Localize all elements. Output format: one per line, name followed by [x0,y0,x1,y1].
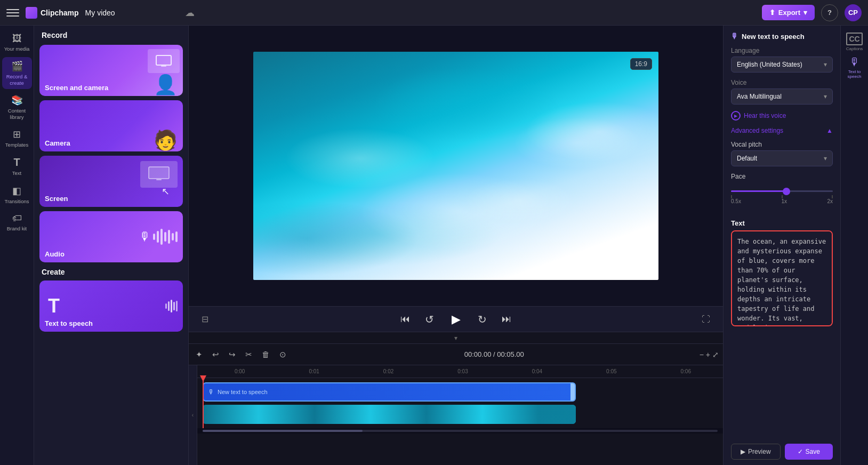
delete-button[interactable]: 🗑 [259,348,272,360]
timeline-expand-row: ▾ [189,332,723,344]
scrollbar-track [203,430,718,432]
voice-dropdown[interactable]: Ava Multilingual ▾ [731,89,833,105]
sidebar-item-label: Record & create [4,74,30,86]
timeline: ▾ ✦ ↩ ↪ ✂ 🗑 ⊙ 00:00.00 / 00:05.00 − + ⤢ … [189,332,723,465]
brand-icon: 🏷 [12,213,22,224]
camera-person-icon: 🧑 [154,100,178,151]
tts-panel-title: New text to speech [742,33,805,41]
screen-camera-label: Screen and camera [39,79,114,96]
pace-max-label: 2x [827,198,833,204]
pace-mid-label: 1x [781,198,787,204]
ruler-mark-3: 0:03 [425,368,500,374]
tts-track[interactable]: 🎙 New text to speech [203,382,576,402]
record-clip-button[interactable]: ⊙ [277,348,289,361]
sidebar-item-content-library[interactable]: 📚 Content library [2,91,32,123]
forward-button[interactable]: ↻ [476,311,489,328]
vocal-pitch-arrow: ▾ [824,155,827,162]
audio-label: Audio [39,246,70,262]
user-avatar[interactable]: CP [845,4,862,21]
skip-back-button[interactable]: ⏮ [398,311,412,327]
menu-icon[interactable] [6,6,19,19]
help-button[interactable]: ? [821,4,838,21]
preview-button[interactable]: ▶ Preview [731,444,781,460]
track-resize-handle[interactable] [570,383,575,400]
media-icon: 🖼 [12,33,22,44]
sidebar-item-brand-kit[interactable]: 🏷 Brand kit [2,210,32,235]
zoom-out-button[interactable]: − [700,350,704,359]
fullscreen-button[interactable]: ⛶ [700,312,712,326]
cloud-save-icon: ☁ [185,7,195,19]
camera-card[interactable]: 🧑 Camera [39,100,183,151]
create-title: Create [42,268,183,276]
undo-button[interactable]: ↩ [210,348,222,361]
logo-icon [26,7,37,19]
language-value: English (United States) [737,61,802,68]
video-controls: ⊟ ⏮ ↺ ▶ ↻ ⏭ ⛶ [189,306,723,332]
timeline-ruler-area: 0:00 0:01 0:02 0:03 0:04 0:05 0:06 [197,365,723,465]
pace-slider[interactable] [731,190,833,192]
hear-voice-button[interactable]: ▶ Hear this voice [731,111,833,121]
tts-text-input[interactable]: The ocean, an expansive and mysterious e… [731,230,833,326]
redo-button[interactable]: ↪ [226,348,238,361]
templates-icon: ⊞ [13,129,21,140]
bottom-actions: ▶ Preview ✓ Save [724,439,840,465]
export-button[interactable]: ⬆ Export ▾ [762,5,815,20]
collapse-panel-button[interactable]: ‹ [189,365,197,465]
sidebar-item-label: Your media [4,46,30,52]
language-dropdown[interactable]: English (United States) ▾ [731,57,833,73]
ruler-mark-2: 0:02 [351,368,425,374]
cut-button[interactable]: ✂ [243,348,255,361]
sidebar-item-label: Text [12,170,21,176]
scrollbar-thumb[interactable] [203,430,363,432]
tts-T-icon: T [48,295,60,317]
camera-label: Camera [39,135,76,151]
video-track[interactable] [203,405,576,424]
sidebar-item-templates[interactable]: ⊞ Templates [2,125,32,151]
skip-forward-button[interactable]: ⏭ [500,311,513,327]
ruler-marks: 0:00 0:01 0:02 0:03 0:04 0:05 0:06 [197,368,723,374]
vocal-pitch-section: Vocal pitch Default ▾ [731,141,833,166]
export-chevron: ▾ [803,9,807,17]
video-preview: 16:9 [189,26,723,306]
rewind-button[interactable]: ↺ [423,311,436,328]
language-label: Language [731,47,833,54]
tts-sidebar-icon-button[interactable]: 🎙 Text to speech [843,55,866,79]
sidebar-item-text[interactable]: T Text [2,153,32,179]
sidebar-item-record-create[interactable]: 🎬 Record & create [2,57,32,89]
tts-right-panel: 🎙 New text to speech Language English (U… [723,26,840,465]
voice-value: Ava Multilingual [737,93,782,100]
play-button[interactable]: ▶ [447,310,465,328]
ruler-mark-1: 0:01 [277,368,351,374]
expand-timeline-button[interactable]: ⤢ [712,350,719,359]
vocal-pitch-value: Default [737,155,757,162]
timeline-toolbar: ✦ ↩ ↪ ✂ 🗑 ⊙ 00:00.00 / 00:05.00 − + ⤢ [189,344,723,365]
save-button[interactable]: ✓ Save [785,444,833,460]
playhead[interactable] [203,378,204,428]
subtitle-button[interactable]: ⊟ [199,312,211,326]
tts-sidebar-label: Text to speech [843,69,866,79]
topbar: Clipchamp ☁ ⬆ Export ▾ ? CP [0,0,868,26]
transitions-icon: ◧ [12,185,21,197]
pace-slider-container: 0.5x 1x 2x [731,182,833,213]
timeline-expand-button[interactable]: ▾ [454,334,457,342]
sidebar-item-your-media[interactable]: 🖼 Your media [2,30,32,55]
screen-camera-card[interactable]: 👤 Screen and camera [39,45,183,96]
sidebar-item-label: Templates [5,142,28,148]
audio-card[interactable]: 🎙 Audio [39,211,183,262]
vocal-pitch-dropdown[interactable]: Default ▾ [731,150,833,166]
ruler-mark-6: 0:06 [649,368,723,374]
vocal-pitch-label: Vocal pitch [731,141,833,148]
magic-tool-button[interactable]: ✦ [193,348,205,361]
language-section: Language English (United States) ▾ [731,47,833,73]
hear-voice-label: Hear this voice [744,112,786,119]
screen-card[interactable]: ↖ Screen [39,156,183,207]
sidebar-item-label: Content library [4,108,30,120]
zoom-in-button[interactable]: + [706,350,710,359]
text-section-label: Text [731,219,833,227]
tts-card[interactable]: T Text to speech [39,280,183,332]
video-title-input[interactable] [85,9,179,17]
captions-icon-button[interactable]: CC Captions [843,30,866,53]
advanced-settings-row[interactable]: Advanced settings ▲ [731,127,833,134]
person-icon: 👤 [154,45,178,96]
sidebar-item-transitions[interactable]: ◧ Transitions [2,182,32,207]
